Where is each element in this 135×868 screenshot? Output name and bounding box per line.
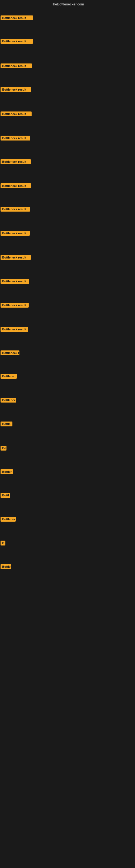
bottleneck-result-row-16: Bottlene <box>1 374 17 380</box>
bottleneck-result-row-22: Bottlenec <box>1 517 16 523</box>
site-header: TheBottlenecker.com <box>0 0 135 7</box>
bottleneck-result-row-4: Bottleneck result <box>1 87 31 93</box>
bottleneck-result-row-5: Bottleneck result <box>1 112 32 118</box>
bottleneck-result-row-20: Bottler <box>1 469 13 475</box>
bottleneck-result-row-11: Bottleneck result <box>1 255 31 261</box>
bottleneck-badge-12[interactable]: Bottleneck result <box>1 279 29 284</box>
bottleneck-badge-2[interactable]: Bottleneck result <box>1 39 33 44</box>
bottleneck-badge-22[interactable]: Bottlenec <box>1 517 16 522</box>
bottleneck-result-row-1: Bottleneck result <box>1 16 33 22</box>
bottleneck-result-row-3: Bottleneck result <box>1 63 32 69</box>
bottleneck-result-row-8: Bottleneck result <box>1 183 31 189</box>
bottleneck-badge-24[interactable]: Bottle <box>1 564 11 569</box>
bottleneck-badge-15[interactable]: Bottleneck r <box>1 350 19 355</box>
bottleneck-result-row-15: Bottleneck r <box>1 350 19 356</box>
bottleneck-badge-1[interactable]: Bottleneck result <box>1 16 33 20</box>
bottleneck-result-row-24: Bottle <box>1 564 11 570</box>
bottleneck-badge-23[interactable]: B <box>1 540 5 546</box>
bottleneck-badge-6[interactable]: Bottleneck result <box>1 135 30 141</box>
bottleneck-badge-17[interactable]: Bottleneck <box>1 398 16 403</box>
bottleneck-badge-8[interactable]: Bottleneck result <box>1 183 31 188</box>
bottleneck-badge-16[interactable]: Bottlene <box>1 374 17 379</box>
bottleneck-badge-4[interactable]: Bottleneck result <box>1 87 31 92</box>
bottleneck-result-row-9: Bottleneck result <box>1 207 30 213</box>
bottleneck-result-row-18: Bottle <box>1 422 12 428</box>
bottleneck-badge-5[interactable]: Bottleneck result <box>1 112 32 116</box>
bottleneck-result-row-13: Bottleneck result <box>1 303 29 309</box>
bottleneck-result-row-17: Bottleneck <box>1 398 16 404</box>
bottleneck-badge-3[interactable]: Bottleneck result <box>1 63 32 68</box>
bottleneck-badge-21[interactable]: Bottl <box>1 493 10 498</box>
bottleneck-result-row-2: Bottleneck result <box>1 39 33 45</box>
bottleneck-badge-13[interactable]: Bottleneck result <box>1 303 29 308</box>
bottleneck-result-row-19: Bo <box>1 446 6 452</box>
bottleneck-badge-19[interactable]: Bo <box>1 446 6 451</box>
bottleneck-result-row-10: Bottleneck result <box>1 231 30 237</box>
bottleneck-result-row-12: Bottleneck result <box>1 279 29 285</box>
bottleneck-result-row-14: Bottleneck result <box>1 327 28 333</box>
bottleneck-badge-18[interactable]: Bottle <box>1 422 12 426</box>
bottleneck-badge-9[interactable]: Bottleneck result <box>1 207 30 212</box>
bottleneck-result-row-21: Bottl <box>1 493 10 499</box>
bottleneck-result-row-7: Bottleneck result <box>1 159 31 165</box>
bottleneck-badge-20[interactable]: Bottler <box>1 469 13 474</box>
bottleneck-badge-7[interactable]: Bottleneck result <box>1 159 31 164</box>
bottleneck-badge-10[interactable]: Bottleneck result <box>1 231 30 236</box>
bottleneck-result-row-23: B <box>1 540 5 547</box>
bottleneck-result-row-6: Bottleneck result <box>1 135 30 142</box>
bottleneck-badge-14[interactable]: Bottleneck result <box>1 327 28 332</box>
bottleneck-badge-11[interactable]: Bottleneck result <box>1 255 31 260</box>
